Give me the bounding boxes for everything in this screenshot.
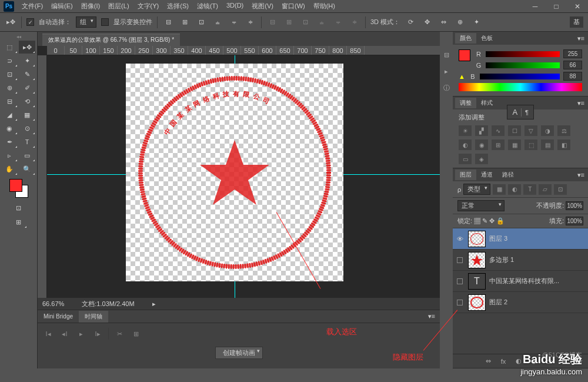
- close-button[interactable]: ✕: [567, 0, 588, 13]
- menu-file[interactable]: 文件(F): [19, 1, 46, 12]
- distribute-icon[interactable]: ⊞: [283, 16, 295, 28]
- blur-tool[interactable]: ◉: [1, 122, 18, 135]
- character-popup[interactable]: A ¶: [507, 105, 534, 119]
- layer-row[interactable]: T 中国某某网络科技有限...: [453, 271, 588, 292]
- exposure-icon[interactable]: ☐: [508, 125, 521, 136]
- dodge-tool[interactable]: ⊙: [19, 122, 35, 135]
- shape-tool[interactable]: ▭: [19, 149, 35, 162]
- menu-edit[interactable]: 编辑(E): [48, 1, 76, 12]
- showtransform-checkbox[interactable]: [101, 18, 109, 26]
- essentials-button[interactable]: 基: [570, 16, 583, 28]
- selective-icon[interactable]: ◈: [475, 154, 488, 164]
- color-swatches[interactable]: [9, 179, 28, 198]
- layer-name[interactable]: 图层 3: [489, 234, 507, 243]
- layer-name[interactable]: 多边形 1: [489, 255, 514, 264]
- crop-tool[interactable]: ⊡: [1, 68, 18, 81]
- marquee-tool[interactable]: ⬚: [1, 41, 18, 54]
- filter-shape-icon[interactable]: ▱: [539, 184, 552, 195]
- stamp-tool[interactable]: ⊟: [1, 95, 18, 108]
- move-tool-icon[interactable]: ▸✥: [5, 16, 16, 28]
- filter-type-icon[interactable]: T: [523, 184, 536, 195]
- actions-panel-icon[interactable]: ▸: [441, 66, 452, 77]
- lasso-tool[interactable]: ⊃: [1, 54, 18, 67]
- distribute-icon[interactable]: ⫨: [316, 16, 328, 28]
- gradient-tool[interactable]: ▦: [19, 108, 35, 121]
- panel-menu-icon[interactable]: ▾≡: [577, 171, 588, 179]
- posterize-icon[interactable]: ▤: [541, 139, 554, 150]
- menu-3d[interactable]: 3D(D): [223, 1, 246, 12]
- zoom-tool[interactable]: 🔍: [19, 162, 35, 175]
- tab-channels[interactable]: 通道: [476, 170, 497, 180]
- hue-icon[interactable]: ◑: [541, 125, 554, 136]
- lock-all-icon[interactable]: 🔒: [496, 217, 505, 224]
- b-slider[interactable]: [480, 74, 560, 79]
- visibility-toggle[interactable]: [455, 277, 465, 286]
- tab-styles[interactable]: 样式: [476, 98, 497, 108]
- brush-tool[interactable]: ✐: [19, 81, 35, 94]
- g-value[interactable]: 66: [563, 61, 582, 69]
- doc-size[interactable]: 文档:1.03M/2.40M: [82, 300, 134, 308]
- fx-icon[interactable]: fx: [499, 357, 508, 366]
- menu-select[interactable]: 选择(S): [164, 1, 192, 12]
- layer-thumbnail[interactable]: [468, 231, 486, 247]
- 3d-icon[interactable]: ✦: [470, 16, 482, 28]
- heal-tool[interactable]: ⊛: [1, 81, 18, 94]
- filter-kind-dropdown[interactable]: 类型: [463, 184, 490, 195]
- document-tab[interactable]: 效果逼真的公章效果 @ 66.7% (图层 3, RGB/8) *: [42, 34, 180, 46]
- spectrum-bar[interactable]: [459, 83, 582, 91]
- 3d-icon[interactable]: ⇔: [437, 16, 449, 28]
- zoom-level[interactable]: 66.67%: [42, 300, 64, 307]
- tab-color[interactable]: 颜色: [455, 33, 476, 44]
- tab-paths[interactable]: 路径: [497, 170, 519, 180]
- status-arrow-icon[interactable]: ▸: [152, 300, 156, 308]
- menu-layer[interactable]: 图层(L): [105, 1, 132, 12]
- align-icon[interactable]: ⊟: [162, 16, 174, 28]
- menu-image[interactable]: 图像(I): [78, 1, 103, 12]
- panel-menu-icon[interactable]: ▾≡: [577, 99, 588, 107]
- type-layer-icon[interactable]: T: [468, 273, 486, 290]
- distribute-icon[interactable]: ⫩: [349, 16, 360, 28]
- gradientmap-icon[interactable]: ▭: [459, 154, 472, 164]
- screenmode-tool[interactable]: ⊞: [11, 215, 27, 228]
- tab-adjustments[interactable]: 调整: [455, 98, 476, 108]
- autoselect-checkbox[interactable]: ✓: [26, 18, 34, 26]
- move-tool[interactable]: ▸✥: [19, 41, 35, 54]
- menu-help[interactable]: 帮助(H): [310, 1, 338, 12]
- play-icon[interactable]: ▸: [75, 329, 87, 338]
- menu-view[interactable]: 视图(V): [249, 1, 276, 12]
- layer-thumbnail[interactable]: [468, 294, 486, 311]
- filter-smart-icon[interactable]: ⊡: [554, 184, 567, 195]
- visibility-toggle[interactable]: [455, 255, 465, 265]
- curves-icon[interactable]: ∿: [492, 125, 505, 136]
- colorbalance-icon[interactable]: ⚖: [557, 125, 570, 136]
- eraser-tool[interactable]: ◢: [1, 108, 18, 121]
- opacity-value[interactable]: 100%: [566, 201, 583, 210]
- char-icon[interactable]: A: [512, 108, 517, 117]
- r-value[interactable]: 255: [563, 49, 582, 58]
- ruler-horizontal[interactable]: 0501001502002503003504004505005506006507…: [47, 46, 440, 55]
- panel-menu-icon[interactable]: ▾≡: [428, 313, 440, 320]
- align-icon[interactable]: ⊞: [179, 16, 191, 28]
- minimize-button[interactable]: ─: [524, 0, 546, 13]
- path-select-tool[interactable]: ▹: [1, 149, 18, 162]
- history-panel-icon[interactable]: ⊟: [441, 49, 452, 60]
- blend-mode-dropdown[interactable]: 正常: [457, 200, 505, 211]
- panel-menu-icon[interactable]: ▾≡: [577, 35, 588, 42]
- layer-row[interactable]: 👁 图层 3: [453, 228, 588, 250]
- lock-trans-icon[interactable]: ▦: [474, 217, 480, 224]
- colorlookup-icon[interactable]: ▦: [508, 139, 521, 150]
- prev-frame-icon[interactable]: ◂I: [59, 329, 71, 338]
- layer-row[interactable]: 多边形 1: [453, 250, 588, 271]
- visibility-toggle[interactable]: [455, 298, 465, 307]
- levels-icon[interactable]: ▞: [475, 125, 488, 136]
- fill-value[interactable]: 100%: [566, 217, 583, 225]
- invert-icon[interactable]: ⬚: [524, 139, 537, 150]
- create-animation-button[interactable]: 创建帧动画: [215, 347, 263, 359]
- maximize-button[interactable]: □: [546, 0, 567, 13]
- 3d-icon[interactable]: ✥: [421, 16, 433, 28]
- next-frame-icon[interactable]: I▸: [92, 329, 103, 338]
- tab-minibridge[interactable]: Mini Bridge: [38, 311, 79, 321]
- lock-brush-icon[interactable]: ✎: [482, 217, 487, 224]
- align-icon[interactable]: ⫨: [212, 16, 223, 28]
- layer-name[interactable]: 图层 2: [489, 298, 507, 307]
